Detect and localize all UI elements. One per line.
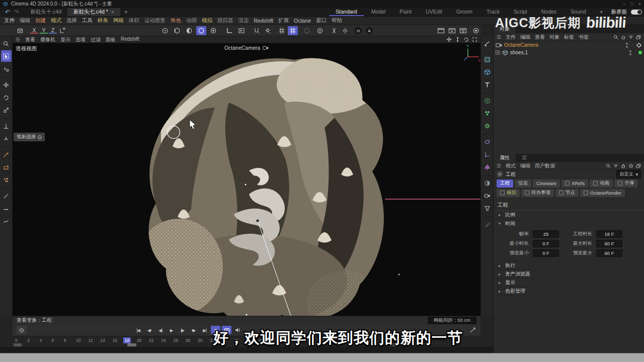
object-manager-menu-item[interactable]: 编辑	[520, 34, 530, 41]
field-value[interactable]: 0 F	[533, 240, 559, 247]
current-frame-handle[interactable]	[127, 343, 136, 346]
object-manager-menu-item[interactable]: 文件	[506, 34, 516, 41]
detach-panel-icon[interactable]	[636, 163, 641, 168]
preset-dropdown[interactable]: 自定义▾	[616, 170, 641, 178]
attribute-menu-item[interactable]: 用户数据	[535, 162, 555, 169]
viewport-menu-item[interactable]: 查看	[25, 36, 35, 43]
cloner-icon[interactable]	[482, 108, 493, 119]
lock-y-axis-button[interactable]: Y	[40, 26, 48, 35]
ruler-tick[interactable]: 44	[281, 338, 293, 343]
interactive-render-icon[interactable]	[471, 26, 481, 35]
transport-button[interactable]: ▶|	[200, 326, 209, 334]
texture-mode-icon[interactable]	[208, 26, 218, 35]
ruler-tick[interactable]: 12	[87, 338, 99, 343]
axis-edit-icon[interactable]	[1, 120, 12, 132]
ruler-tick[interactable]: 30	[196, 338, 208, 343]
mirror-icon[interactable]	[329, 26, 339, 35]
snap-quantize-icon[interactable]	[288, 26, 298, 35]
ruler-tick[interactable]: 6	[50, 338, 62, 343]
viewport-menu-item[interactable]: 摄像机	[40, 36, 55, 43]
add-doc-tab-button[interactable]: +	[120, 8, 132, 16]
layout-tab[interactable]: Groom	[450, 8, 479, 16]
attribute-tab[interactable]: 子弹	[614, 179, 637, 188]
ruler-tick[interactable]: 8	[62, 338, 74, 343]
ruler-tick[interactable]: 36	[232, 338, 245, 343]
plane-cut-icon[interactable]	[1, 161, 12, 173]
search-icon[interactable]	[613, 35, 618, 40]
transport-button[interactable]: ◀•	[144, 326, 154, 334]
ruler-tick[interactable]: 16	[111, 338, 123, 343]
menu-item[interactable]: 模式	[51, 17, 61, 24]
attribute-group[interactable]: ▸ 执行	[494, 261, 644, 270]
render-settings-icon[interactable]	[458, 26, 468, 35]
viewport-solo-icon[interactable]	[302, 26, 312, 35]
layout-tab[interactable]: Standard	[329, 8, 364, 16]
attribute-menu-item[interactable]: 模式	[506, 162, 516, 169]
doc-tab-inactive[interactable]: 新鞋头十.c4d	[24, 8, 67, 16]
menu-item[interactable]: 渲染	[238, 17, 249, 24]
doc-tab-active[interactable]: 新鞋头七.c4d * ×	[67, 8, 120, 16]
octane-live-badge[interactable]: O	[353, 26, 363, 35]
redo-icon[interactable]: ↷	[14, 9, 19, 15]
menu-item[interactable]: Octane	[294, 18, 311, 24]
ruler-tick[interactable]: 0	[14, 338, 26, 343]
knife-tool-icon[interactable]	[1, 190, 12, 202]
pan-view-icon[interactable]	[446, 37, 452, 42]
new-ui-label[interactable]: 新界面	[607, 8, 631, 16]
ruler-tick[interactable]: 10	[74, 338, 87, 343]
object-row-octanecamera[interactable]: OctaneCamera	[494, 41, 644, 49]
ruler-tick[interactable]: 60	[379, 338, 391, 343]
ruler-tick[interactable]: 46	[293, 338, 305, 343]
sound-toggle-button[interactable]	[233, 326, 243, 334]
menu-item[interactable]: 跟踪器	[217, 17, 233, 24]
subdivision-surface-icon[interactable]	[482, 95, 493, 107]
text-tool-icon[interactable]	[482, 79, 493, 90]
menu-item[interactable]: 网格	[113, 17, 124, 24]
close-tab-icon[interactable]: ×	[111, 10, 114, 15]
ruler-tick[interactable]: 22	[147, 338, 159, 343]
menu-item[interactable]: 运动图形	[144, 17, 166, 24]
ruler-tick[interactable]: 56	[354, 338, 366, 343]
rotate-tool-icon[interactable]	[1, 92, 12, 103]
active-camera-crosshair-icon[interactable]	[636, 42, 642, 48]
axis-settings-icon[interactable]	[263, 26, 273, 35]
transport-button[interactable]: ▶	[167, 326, 176, 334]
attribute-menu-item[interactable]: 编辑	[520, 162, 530, 169]
visibility-dots[interactable]	[629, 50, 631, 55]
cube-primitive-icon[interactable]	[482, 66, 493, 78]
object-manager-menu-item[interactable]: 标签	[564, 34, 574, 41]
viewport-3d[interactable]: 透视视图 OctaneCamera 笔刷选择+	[13, 43, 480, 316]
move-tool-icon[interactable]	[1, 79, 12, 90]
octane-settings-badge[interactable]: A	[364, 26, 374, 35]
viewport-camera-label[interactable]: OctaneCamera	[13, 45, 480, 51]
group-scale[interactable]: ▸ 比例	[494, 211, 644, 219]
ruler-tick[interactable]: 32	[208, 338, 220, 343]
line-cut-icon[interactable]	[1, 203, 12, 214]
symmetry-icon[interactable]	[482, 161, 493, 173]
dolly-view-icon[interactable]	[455, 37, 460, 42]
ruler-tick[interactable]: 18	[123, 338, 135, 343]
ruler-tick[interactable]: 14	[99, 338, 111, 343]
menu-item[interactable]: 模拟	[202, 17, 212, 24]
autokey-film-button[interactable]	[222, 326, 231, 334]
filter-icon[interactable]	[613, 163, 618, 168]
group-time[interactable]: ▾ 时间	[494, 219, 644, 228]
snap-grid-icon[interactable]	[277, 26, 287, 35]
search-icon[interactable]	[606, 163, 611, 168]
attribute-tab[interactable]: 待办事项	[521, 189, 554, 197]
ruler-tick[interactable]: 20	[135, 338, 147, 343]
menu-item[interactable]: 工具	[82, 17, 93, 24]
record-keyframe-button[interactable]	[211, 326, 220, 334]
viewport-menu-item[interactable]: 显示	[60, 36, 70, 43]
layout-tab[interactable]: Nodes	[535, 8, 563, 16]
search-icon[interactable]	[1, 38, 12, 49]
polygons-mode-icon[interactable]	[184, 26, 194, 35]
workplane-icon[interactable]	[224, 26, 234, 35]
menu-item[interactable]: 编辑	[20, 17, 30, 24]
stage-object-icon[interactable]	[482, 203, 493, 214]
attribute-tab[interactable]: XRefs	[561, 179, 588, 188]
track-icon[interactable]	[628, 163, 633, 168]
orbit-view-icon[interactable]	[463, 37, 469, 42]
lock-x-axis-button[interactable]: X	[30, 26, 38, 35]
menu-item[interactable]: 选择	[66, 17, 77, 24]
